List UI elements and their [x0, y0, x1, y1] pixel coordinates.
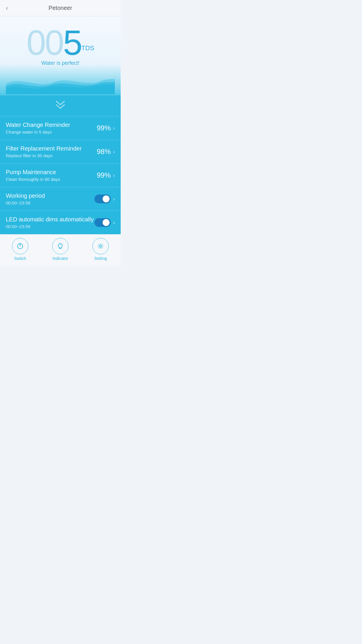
water-change-reminder-item[interactable]: Water Change Reminder Change water in 5 … [0, 116, 121, 140]
bulb-icon [56, 242, 64, 250]
tds-unit: TDS [81, 45, 94, 57]
chevron-right-icon: › [113, 196, 115, 202]
working-period-subtitle: 00:00~23:59 [6, 200, 94, 205]
tds-digits-light: 00 [27, 25, 63, 60]
header: ‹ Petoneer [0, 0, 121, 16]
working-period-toggle[interactable] [94, 195, 111, 203]
power-icon [16, 242, 24, 250]
tab-switch[interactable]: Switch [0, 238, 40, 261]
gear-icon [96, 242, 105, 250]
filter-replacement-title: Filter Replacement Reminder [6, 145, 97, 152]
tds-digit-dark: 5 [63, 25, 81, 60]
working-period-title: Working period [6, 192, 94, 199]
setting-icon-circle [92, 238, 109, 254]
indicator-icon-circle [52, 238, 68, 254]
tds-display: 00 5 TDS [6, 25, 115, 60]
tds-section: 00 5 TDS Water is perfect! [0, 16, 121, 95]
chevron-right-icon: › [113, 172, 115, 178]
filter-replacement-value: 98% [97, 148, 111, 156]
pump-maintenance-item[interactable]: Pump Maintenance Clean thoroughly in 60 … [0, 163, 121, 187]
chevron-right-icon: › [113, 220, 115, 226]
tab-setting[interactable]: Setting [80, 238, 121, 261]
wave-decoration [6, 72, 115, 95]
page-title: Petoneer [48, 5, 72, 11]
blue-section: Water Change Reminder Change water in 5 … [0, 95, 121, 234]
filter-replacement-item[interactable]: Filter Replacement Reminder Replace filt… [0, 140, 121, 163]
indicator-tab-label: Indicator [52, 256, 68, 261]
switch-tab-label: Switch [14, 256, 26, 261]
tab-indicator[interactable]: Indicator [40, 238, 80, 261]
chevron-right-icon: › [113, 149, 115, 155]
led-auto-dims-subtitle: 00:00~23:59 [6, 224, 94, 229]
back-button[interactable]: ‹ [6, 4, 8, 12]
scroll-indicator [0, 95, 121, 116]
switch-icon-circle [12, 238, 28, 254]
working-period-item[interactable]: Working period 00:00~23:59 › [0, 187, 121, 211]
setting-tab-label: Setting [94, 256, 107, 261]
led-auto-dims-toggle[interactable] [94, 218, 111, 227]
water-change-title: Water Change Reminder [6, 122, 97, 128]
water-change-subtitle: Change water in 5 days [6, 130, 97, 134]
led-auto-dims-item[interactable]: LED automatic dims automatically 00:00~2… [0, 211, 121, 234]
pump-maintenance-title: Pump Maintenance [6, 169, 97, 176]
tab-bar: Switch Indicator Setting [0, 234, 121, 267]
water-status: Water is perfect! [6, 60, 115, 66]
water-change-value: 99% [97, 124, 111, 132]
chevron-right-icon: › [113, 125, 115, 131]
svg-point-5 [100, 245, 102, 247]
led-auto-dims-title: LED automatic dims automatically [6, 216, 94, 223]
pump-maintenance-subtitle: Clean thoroughly in 60 days [6, 177, 97, 182]
chevron-down-icon [55, 101, 66, 110]
filter-replacement-subtitle: Replace filter in 30 days [6, 153, 97, 158]
pump-maintenance-value: 99% [97, 171, 111, 179]
